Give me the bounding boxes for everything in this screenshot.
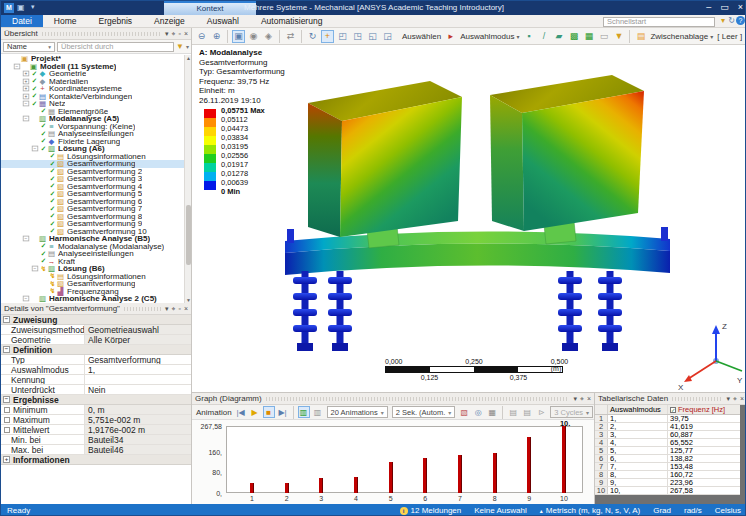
table-row[interactable]: 33,60,887 bbox=[595, 431, 740, 439]
stop-icon[interactable]: ■ bbox=[263, 406, 275, 418]
frequency-cell[interactable]: 160,72 bbox=[668, 471, 740, 478]
skip-start-icon[interactable]: |◀ bbox=[235, 406, 247, 418]
property-value[interactable]: Gesamtverformung bbox=[85, 355, 191, 364]
column-header-frequenz[interactable]: ✓Frequenz [Hz] bbox=[668, 405, 740, 414]
tab-ergebnis[interactable]: Ergebnis bbox=[88, 15, 144, 27]
collapse-icon[interactable]: − bbox=[23, 116, 29, 122]
collapse-icon[interactable]: − bbox=[23, 296, 29, 302]
mode-cell[interactable]: 10, bbox=[608, 487, 668, 494]
filter-funnel-icon[interactable]: ▼ bbox=[176, 42, 184, 51]
close-icon[interactable]: × bbox=[184, 30, 188, 38]
edge-filter-icon[interactable]: / bbox=[537, 30, 550, 43]
expand-icon[interactable]: + bbox=[23, 71, 29, 77]
details-row-max-bei[interactable]: Max. beiBauteil46 bbox=[1, 445, 191, 455]
zoom-box-icon[interactable]: ◰ bbox=[336, 30, 349, 43]
collapse-icon[interactable]: − bbox=[3, 396, 10, 403]
clipboard-empty-label[interactable]: [ Leer ] bbox=[717, 32, 742, 41]
collapse-icon[interactable]: − bbox=[3, 346, 10, 353]
table-row[interactable]: 66,138,82 bbox=[595, 455, 740, 463]
property-value[interactable]: 5,751e-002 m bbox=[85, 415, 191, 424]
status-item-keine-auswahl[interactable]: Keine Auswahl bbox=[474, 506, 526, 515]
mode-cell[interactable]: 7, bbox=[608, 463, 668, 470]
outline-scrollbar[interactable]: ▲ ▼ bbox=[184, 55, 191, 304]
clipboard-icon[interactable]: ▤ bbox=[634, 30, 647, 43]
column-header-auswahlmodus[interactable]: Auswahlmodus bbox=[608, 405, 668, 414]
panel-drag-handle[interactable] bbox=[266, 397, 570, 401]
maximize-button[interactable]: ▭ bbox=[720, 2, 729, 12]
details-category-informationen[interactable]: +Informationen bbox=[1, 455, 191, 465]
mode-cell[interactable]: 1, bbox=[608, 415, 668, 422]
tree-item-modell-11-systeme[interactable]: −▣Modell (11 Systeme) bbox=[1, 63, 191, 71]
tab-home[interactable]: Home bbox=[43, 15, 88, 27]
insulator-supports[interactable] bbox=[293, 271, 622, 351]
zoom-in-icon[interactable]: ⊕ bbox=[210, 30, 223, 43]
collapse-icon[interactable]: − bbox=[23, 236, 29, 242]
animation-label[interactable]: Animation bbox=[196, 408, 232, 417]
details-row-geometrie[interactable]: GeometrieAlle Körper bbox=[1, 335, 191, 345]
outline-search-input[interactable] bbox=[57, 42, 174, 52]
close-icon[interactable]: × bbox=[184, 305, 188, 313]
pin-icon[interactable]: ⌖ bbox=[171, 30, 175, 38]
status-item-rad-s[interactable]: rad/s bbox=[684, 506, 702, 515]
frequency-cell[interactable]: 125,77 bbox=[668, 447, 740, 454]
align-left-icon[interactable]: ▤ bbox=[507, 406, 519, 418]
filter-caret-icon[interactable]: ▾ bbox=[186, 43, 189, 50]
property-value[interactable]: 1,9176e-002 m bbox=[85, 425, 191, 434]
quickstart-caret-icon[interactable]: ▾ bbox=[721, 16, 725, 25]
tab-auswahl[interactable]: Auswahl bbox=[196, 15, 250, 27]
left-transformer-body[interactable] bbox=[308, 81, 462, 237]
property-value[interactable]: Bauteil34 bbox=[85, 435, 191, 444]
help-icon[interactable]: ? bbox=[736, 16, 745, 25]
mesh-filter-icon[interactable]: ▦ bbox=[582, 30, 595, 43]
select-cursor-icon[interactable]: ▸ bbox=[444, 30, 457, 43]
details-row-auswahlmodus[interactable]: Auswahlmodus1, bbox=[1, 365, 191, 375]
details-row-kennung[interactable]: Kennung bbox=[1, 375, 191, 385]
frequency-cell[interactable]: 138,82 bbox=[668, 455, 740, 462]
minimize-button[interactable]: – bbox=[706, 2, 711, 12]
panel-caret-icon[interactable]: ▾ bbox=[573, 395, 577, 403]
chart-bar-mode-8[interactable] bbox=[493, 453, 497, 493]
property-value[interactable]: Bauteil46 bbox=[85, 445, 191, 454]
details-row-zuweisungsmethode[interactable]: ZuweisungsmethodeGeometrieauswahl bbox=[1, 325, 191, 335]
expand-icon[interactable]: + bbox=[3, 456, 10, 463]
details-category-zuweisung[interactable]: −Zuweisung bbox=[1, 315, 191, 325]
pin-icon[interactable]: ⌖ bbox=[733, 395, 737, 403]
chart-bar-mode-2[interactable] bbox=[285, 483, 289, 493]
scrollbar-thumb[interactable] bbox=[186, 205, 191, 265]
expand-icon[interactable]: + bbox=[23, 93, 29, 99]
chart-bar-mode-7[interactable] bbox=[458, 455, 462, 493]
frequency-chart[interactable]: 0,80,160,267,581234567891010. bbox=[192, 420, 594, 506]
checkbox-checked-icon[interactable]: ✓ bbox=[670, 407, 676, 413]
close-icon[interactable]: × bbox=[740, 395, 744, 403]
grid-icon[interactable]: ▦ bbox=[486, 406, 498, 418]
details-category-ergebnisse[interactable]: −Ergebnisse bbox=[1, 395, 191, 405]
zoom-fit-icon[interactable]: ◳ bbox=[351, 30, 364, 43]
app-icon[interactable]: M bbox=[4, 3, 14, 13]
mode-cell[interactable]: 2, bbox=[608, 423, 668, 430]
select-mode-label[interactable]: Auswahlmodus▾ bbox=[460, 32, 519, 41]
iso-view-icon[interactable]: ▣ bbox=[232, 30, 245, 43]
expand-icon[interactable]: + bbox=[23, 86, 29, 92]
status-item-metrisch-m-kg-n-s-v-a[interactable]: ▴Metrisch (m, kg, N, s, V, A) bbox=[540, 506, 640, 515]
tree-item-kontakte-verbindungen[interactable]: +✓▤Kontakte/Verbindungen bbox=[1, 93, 191, 101]
panel-caret-icon[interactable]: ▾ bbox=[726, 395, 730, 403]
table-row[interactable]: 55,125,77 bbox=[595, 447, 740, 455]
frequency-cell[interactable]: 267,58 bbox=[668, 487, 740, 494]
details-row-mittelwert[interactable]: Mittelwert1,9176e-002 m bbox=[1, 425, 191, 435]
frequency-cell[interactable]: 153,48 bbox=[668, 463, 740, 470]
table-row[interactable]: 22,41,619 bbox=[595, 423, 740, 431]
chart-bar-mode-1[interactable] bbox=[250, 483, 254, 493]
tree-item-analyseeinstellungen[interactable]: ✓▤Analyseeinstellungen bbox=[1, 250, 191, 258]
mode-cell[interactable]: 8, bbox=[608, 471, 668, 478]
collapse-icon[interactable]: − bbox=[32, 266, 38, 272]
refresh-view-icon[interactable]: ↻ bbox=[306, 30, 319, 43]
table-row[interactable]: 44,65,552 bbox=[595, 439, 740, 447]
table-row[interactable]: 88,160,72 bbox=[595, 471, 740, 479]
collapse-icon[interactable]: − bbox=[3, 316, 10, 323]
frequency-cell[interactable]: 39,75 bbox=[668, 415, 740, 422]
checkbox-unchecked-icon[interactable] bbox=[4, 407, 10, 413]
chart-bar-mode-4[interactable] bbox=[354, 477, 358, 493]
status-item-grad[interactable]: Grad bbox=[653, 506, 671, 515]
flag-icon[interactable]: ⊳ bbox=[535, 406, 547, 418]
wireframe-icon[interactable]: ▭ bbox=[597, 30, 610, 43]
